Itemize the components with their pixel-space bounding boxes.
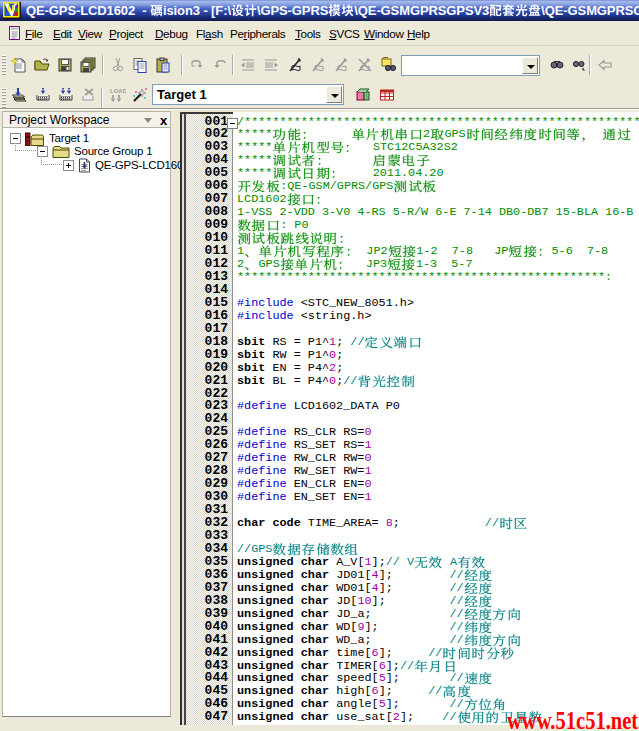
svg-text:LOAD: LOAD — [110, 88, 126, 94]
